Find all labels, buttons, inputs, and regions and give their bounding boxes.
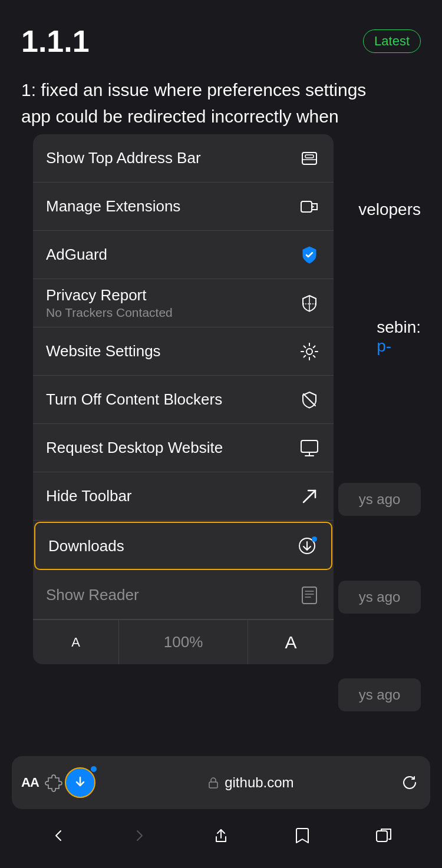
menu-item-turn-off-content-blockers[interactable]: Turn Off Content Blockers	[33, 376, 334, 424]
menu-item-downloads[interactable]: Downloads	[34, 522, 332, 570]
ago-item-2: ys ago	[338, 581, 421, 614]
reader-icon	[298, 584, 321, 607]
font-size-percent: 100%	[119, 620, 248, 664]
adguard-icon	[298, 244, 321, 266]
menu-item-privacy-report[interactable]: Privacy Report No Trackers Contacted	[33, 279, 334, 327]
forward-button[interactable]	[125, 821, 154, 850]
menu-item-website-settings[interactable]: Website Settings	[33, 327, 334, 376]
aa-button[interactable]: AA	[21, 775, 39, 790]
svg-rect-3	[301, 201, 312, 212]
svg-rect-1	[305, 155, 314, 158]
desktop-icon	[298, 437, 321, 459]
address-bar-icon	[298, 147, 321, 170]
ago-item-1: ys ago	[338, 483, 421, 516]
refresh-button[interactable]	[398, 771, 421, 794]
menu-item-request-desktop-website[interactable]: Request Desktop Website	[33, 424, 334, 472]
refresh-icon	[400, 773, 419, 792]
ago-items: ys ago ys ago ys ago	[338, 483, 421, 721]
blockers-icon	[298, 389, 321, 411]
privacy-icon	[298, 292, 321, 314]
bottom-nav	[0, 815, 442, 856]
menu-item-hide-toolbar[interactable]: Hide Toolbar	[33, 472, 334, 521]
download-icon	[296, 535, 318, 557]
context-menu: Show Top Address Bar Manage Extensions A…	[33, 134, 334, 664]
bg-description: 1: fixed an issue where preferences sett…	[21, 77, 421, 130]
settings-icon	[298, 340, 321, 363]
svg-rect-19	[209, 782, 217, 788]
back-button[interactable]	[44, 821, 73, 850]
version-row: 1.1.1 Latest	[21, 24, 421, 59]
font-size-row: A 100% A	[33, 619, 334, 664]
menu-item-manage-extensions[interactable]: Manage Extensions	[33, 183, 334, 231]
lock-icon	[207, 776, 220, 789]
svg-rect-6	[301, 440, 318, 452]
tabs-button[interactable]	[369, 821, 398, 850]
svg-point-4	[306, 349, 312, 355]
bg-right-text: velopers	[358, 200, 421, 219]
svg-rect-0	[302, 153, 316, 164]
menu-item-adguard[interactable]: AdGuard	[33, 231, 334, 279]
url-text: github.com	[225, 774, 293, 791]
menu-item-show-top-address-bar[interactable]: Show Top Address Bar	[33, 134, 334, 183]
svg-rect-14	[302, 587, 316, 604]
extensions-toolbar-icon[interactable]	[41, 771, 65, 794]
svg-line-5	[304, 394, 315, 406]
svg-line-9	[304, 491, 315, 502]
url-bar[interactable]: github.com	[103, 774, 398, 791]
share-button[interactable]	[206, 821, 236, 850]
bookmarks-button[interactable]	[288, 821, 317, 850]
menu-item-show-reader[interactable]: Show Reader	[33, 571, 334, 619]
extensions-icon	[298, 196, 321, 218]
svg-rect-21	[377, 831, 387, 842]
toolbar-download-button[interactable]	[65, 767, 95, 798]
font-size-large-a[interactable]: A	[248, 620, 334, 664]
font-size-small-a[interactable]: A	[33, 620, 119, 664]
version-number: 1.1.1	[21, 24, 90, 59]
bottom-toolbar: AA github.com	[12, 756, 430, 809]
latest-badge: Latest	[363, 29, 421, 53]
ago-item-3: ys ago	[338, 678, 421, 711]
bg-sebin: sebin: p-	[377, 318, 421, 356]
hide-toolbar-icon	[298, 485, 321, 508]
